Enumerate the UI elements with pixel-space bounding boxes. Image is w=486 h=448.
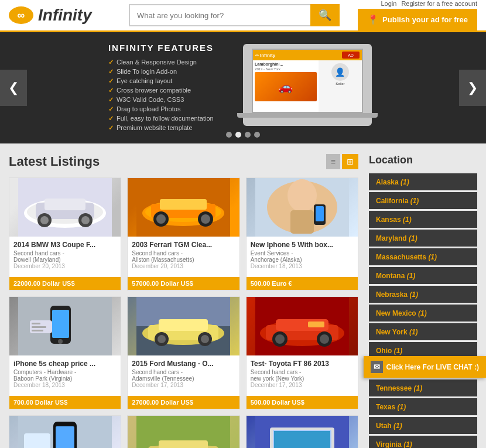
listing-card[interactable]: 2014 BMW M3 Coupe F... Second hand cars … — [9, 177, 121, 290]
search-input[interactable] — [129, 4, 310, 26]
listing-title: iPhone 5s cheap price ... — [13, 360, 117, 368]
svg-point-15 — [156, 214, 166, 224]
search-button[interactable]: 🔍 — [310, 4, 340, 26]
logo-area: ∞ Infinity — [9, 6, 120, 25]
carousel-dots — [226, 132, 260, 138]
live-chat-widget[interactable]: ✉ Click Here For LIVE CHAT :) — [364, 356, 486, 378]
svg-point-27 — [58, 339, 63, 344]
listing-price: 500.00 Euro € — [247, 277, 358, 290]
location-item-virginia[interactable]: Virginia (1) — [369, 436, 477, 448]
svg-point-6 — [40, 216, 49, 224]
location-item-texas[interactable]: Texas (1) — [369, 398, 477, 415]
svg-rect-59 — [159, 440, 208, 448]
svg-rect-21 — [290, 210, 314, 234]
listings-grid: 2014 BMW M3 Coupe F... Second hand cars … — [9, 177, 358, 448]
carousel-prev-button[interactable]: ❮ — [0, 70, 27, 106]
listing-date: December 17, 2013 — [251, 382, 354, 388]
svg-point-46 — [275, 334, 285, 344]
login-link[interactable]: Login — [381, 0, 396, 7]
svg-rect-4 — [45, 199, 85, 210]
carousel-dot[interactable] — [235, 132, 241, 138]
pin-icon: 📍 — [367, 14, 379, 25]
listing-location: new york (New York) — [251, 375, 354, 382]
location-item-montana[interactable]: Montana (1) — [369, 267, 477, 284]
location-item-alaska[interactable]: Alaska (1) — [369, 173, 477, 190]
location-item-massachusetts[interactable]: Massachusetts (1) — [369, 248, 477, 265]
listing-price: 700.00 Dollar US$ — [9, 396, 121, 409]
listing-title: 2003 Ferrari TGM Clea... — [132, 241, 235, 249]
listing-category: Second hand cars - — [13, 250, 117, 257]
sidebar-title: Location — [369, 154, 477, 166]
location-item-utah[interactable]: Utah (1) — [369, 417, 477, 434]
logo-text: Infinity — [38, 6, 92, 25]
feature-item: ✓ Cross browser compatible — [108, 87, 214, 94]
svg-rect-36 — [159, 319, 208, 331]
listing-card[interactable] — [246, 415, 358, 448]
features-text: INFINITY FEATURES ✓ Clean & Responsive D… — [108, 43, 214, 134]
carousel-dot[interactable] — [245, 132, 251, 138]
listing-location: Anchorage (Alaska) — [251, 257, 354, 263]
location-item-kansas[interactable]: Kansas (1) — [369, 211, 477, 228]
feature-item: ✓ Clean & Responsive Design — [108, 59, 214, 66]
listing-image — [247, 416, 358, 448]
listing-title: New Iphone 5 With box... — [251, 241, 354, 249]
svg-point-17 — [201, 214, 210, 224]
listing-price: 27000.00 Dollar US$ — [128, 396, 239, 409]
location-item-newyork[interactable]: New York (1) — [369, 323, 477, 340]
listing-date: December 18, 2013 — [251, 263, 354, 269]
svg-point-40 — [201, 335, 209, 343]
carousel-dot[interactable] — [254, 132, 260, 138]
logo-icon: ∞ — [9, 6, 33, 24]
listing-card[interactable]: 2003 Ferrari TGM Clea... Second hand car… — [127, 177, 239, 290]
publish-button[interactable]: 📍 Publish your ad for free — [358, 9, 477, 30]
listings-section: Latest Listings ≡ ⊞ 2014 BMW M3 Coupe F.… — [9, 154, 358, 448]
listing-category: Second hand cars - — [132, 369, 235, 375]
svg-rect-26 — [52, 310, 69, 338]
grid-view-button[interactable]: ⊞ — [342, 154, 358, 169]
register-link[interactable]: Register for a free account — [401, 0, 477, 7]
listing-card[interactable]: Test- Toyota FT 86 2013 Second hand cars… — [246, 296, 358, 409]
listing-category: Computers - Hardware - — [13, 369, 117, 375]
svg-rect-29 — [32, 323, 40, 324]
listing-card[interactable] — [9, 415, 121, 448]
carousel-image: ∞ Infinity AD Lamborghini... 2013 - New … — [243, 44, 378, 132]
listing-card[interactable]: New Iphone 5 With box... Event Services … — [246, 177, 358, 290]
feature-item: ✓ Eye catching layout — [108, 77, 214, 85]
location-item-tennessee[interactable]: Tennessee (1) — [369, 379, 477, 396]
svg-rect-52 — [56, 426, 74, 448]
svg-rect-31 — [32, 330, 43, 331]
listing-title: 2015 Ford Mustang - O... — [132, 360, 235, 368]
features-title: INFINITY FEATURES — [108, 43, 214, 53]
listing-location: Dowell (Maryland) — [13, 257, 117, 263]
listing-date: December 20, 2013 — [132, 263, 235, 269]
listing-location: Adamsville (Tennessee) — [132, 375, 235, 382]
feature-item: ✓ Full, easy to follow documentation — [108, 115, 214, 122]
location-item-newmexico[interactable]: New Mexico (1) — [369, 305, 477, 322]
publish-label: Publish your ad for free — [382, 15, 468, 24]
listing-card[interactable]: iPhone 5s cheap price ... Computers - Ha… — [9, 296, 121, 409]
svg-rect-23 — [316, 206, 324, 221]
header-right: Login Register for a free account 📍 Publ… — [358, 0, 477, 30]
listing-image — [9, 416, 121, 448]
sidebar: Location Alaska (1) California (1) Kansa… — [369, 154, 477, 448]
listing-body: Test- Toyota FT 86 2013 Second hand cars… — [247, 355, 358, 396]
listing-location: Baboon Park (Virginia) — [13, 375, 117, 382]
carousel-dot[interactable] — [226, 132, 232, 138]
listings-title: Latest Listings — [9, 154, 100, 169]
svg-rect-49 — [308, 322, 324, 327]
feature-item: ✓ Slide To login Add-on — [108, 68, 214, 76]
location-item-california[interactable]: California (1) — [369, 192, 477, 209]
listing-date: December 18, 2013 — [13, 382, 117, 388]
search-area: 🔍 — [129, 4, 340, 26]
carousel-next-button[interactable]: ❯ — [459, 70, 486, 106]
list-view-button[interactable]: ≡ — [326, 154, 340, 169]
listing-card[interactable]: 2015 Ford Mustang - O... Second hand car… — [127, 296, 239, 409]
header-links: Login Register for a free account — [381, 0, 477, 7]
listing-price: 500.00 Dollar US$ — [247, 396, 358, 409]
carousel: ❮ INFINITY FEATURES ✓ Clean & Responsive… — [0, 32, 486, 143]
live-chat-label: Click Here For LIVE CHAT :) — [386, 363, 479, 371]
location-item-nebraska[interactable]: Nebraska (1) — [369, 286, 477, 303]
location-item-maryland[interactable]: Maryland (1) — [369, 230, 477, 247]
svg-point-8 — [81, 216, 90, 224]
listing-card[interactable] — [127, 415, 239, 448]
